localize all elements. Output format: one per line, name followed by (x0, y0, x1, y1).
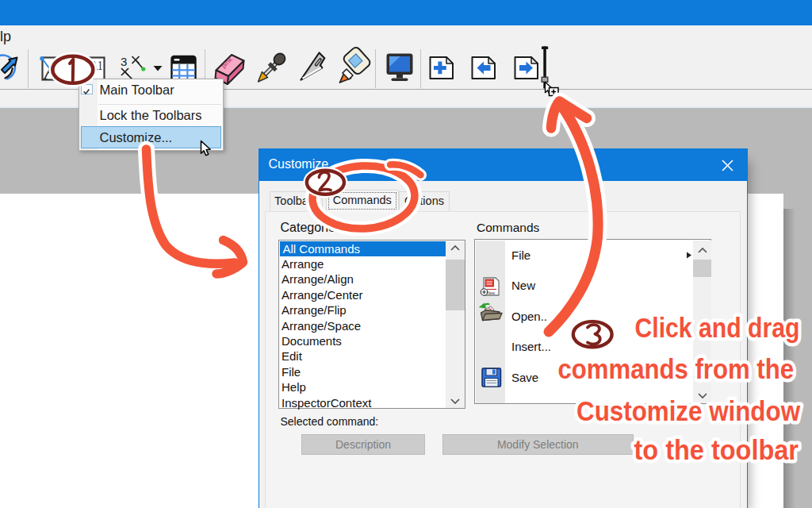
svg-text:to the toolbar: to the toolbar (634, 435, 799, 465)
svg-text:commands from the: commands from the (558, 354, 795, 384)
svg-text:Click and drag: Click and drag (635, 313, 800, 343)
svg-text:Customize window: Customize window (576, 396, 800, 426)
